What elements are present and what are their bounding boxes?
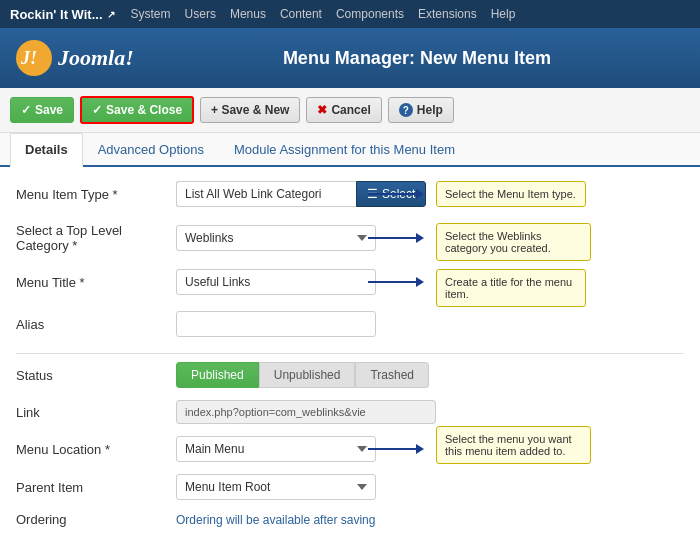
menu-title-input[interactable] <box>176 269 376 295</box>
link-label: Link <box>16 405 176 420</box>
page-header: J! Joomla! Menu Manager: New Menu Item <box>0 28 700 88</box>
save-new-button[interactable]: + Save & New <box>200 97 300 123</box>
save-close-icon: ✓ <box>92 103 102 117</box>
joomla-logo[interactable]: J! Joomla! <box>16 40 134 76</box>
status-label: Status <box>16 368 176 383</box>
save-icon: ✓ <box>21 103 31 117</box>
menu-item-type-label: Menu Item Type * <box>16 187 176 202</box>
category-arrow <box>368 233 424 243</box>
content-area: Details Advanced Options Module Assignme… <box>0 133 700 538</box>
save-button[interactable]: ✓ Save <box>10 97 74 123</box>
menu-location-select[interactable]: Main Menu <box>176 436 376 462</box>
nav-users[interactable]: Users <box>185 7 216 21</box>
menu-title-row: Menu Title * document.querySelector('[da… <box>16 269 684 295</box>
help-label: Help <box>417 103 443 117</box>
status-trashed-button[interactable]: Trashed <box>355 362 429 388</box>
cancel-label: Cancel <box>331 103 370 117</box>
status-published-button[interactable]: Published <box>176 362 259 388</box>
parent-item-row: Parent Item Menu Item Root <box>16 474 684 500</box>
external-link-icon: ↗ <box>107 9 115 20</box>
save-close-button[interactable]: ✓ Save & Close <box>80 96 194 124</box>
tooltip-title: Create a title for the menu item. <box>436 269 586 307</box>
cancel-button[interactable]: ✖ Cancel <box>306 97 381 123</box>
tooltip-category: Select the Weblinks category you created… <box>436 223 591 261</box>
nav-content[interactable]: Content <box>280 7 322 21</box>
top-level-category-row: Select a Top Level Category * Weblinks S… <box>16 223 684 253</box>
tab-bar: Details Advanced Options Module Assignme… <box>0 133 700 167</box>
site-brand[interactable]: Rockin' It Wit... ↗ <box>10 7 115 22</box>
form-body: Menu Item Type * List All Web Link Categ… <box>0 167 700 538</box>
top-nav-menu: System Users Menus Content Components Ex… <box>131 7 516 21</box>
ordering-label: Ordering <box>16 512 176 527</box>
tab-advanced-options[interactable]: Advanced Options <box>83 133 219 167</box>
nav-system[interactable]: System <box>131 7 171 21</box>
alias-row: Alias <box>16 311 684 337</box>
status-group: Published Unpublished Trashed <box>176 362 429 388</box>
menu-location-label: Menu Location * <box>16 442 176 457</box>
ordering-row: Ordering Ordering will be available afte… <box>16 512 684 527</box>
joomla-logo-text: Joomla! <box>58 45 134 71</box>
status-unpublished-button[interactable]: Unpublished <box>259 362 356 388</box>
top-level-category-label: Select a Top Level Category * <box>16 223 176 253</box>
top-navigation-bar: Rockin' It Wit... ↗ System Users Menus C… <box>0 0 700 28</box>
nav-menus[interactable]: Menus <box>230 7 266 21</box>
tab-module-assignment[interactable]: Module Assignment for this Menu Item <box>219 133 470 167</box>
nav-help[interactable]: Help <box>491 7 516 21</box>
help-button[interactable]: ? Help <box>388 97 454 123</box>
status-row: Status Published Unpublished Trashed <box>16 362 684 388</box>
menu-item-type-row: Menu Item Type * List All Web Link Categ… <box>16 181 684 207</box>
arrow-line-title <box>368 281 416 283</box>
save-close-label: Save & Close <box>106 103 182 117</box>
arrow-line-menu <box>368 448 416 450</box>
parent-item-select[interactable]: Menu Item Root <box>176 474 376 500</box>
page-title: Menu Manager: New Menu Item <box>150 48 684 69</box>
nav-components[interactable]: Components <box>336 7 404 21</box>
ordering-value: Ordering will be available after saving <box>176 513 375 527</box>
tab-details[interactable]: Details <box>10 133 83 167</box>
menu-title-label: Menu Title * <box>16 275 176 290</box>
cancel-icon: ✖ <box>317 103 327 117</box>
save-label: Save <box>35 103 63 117</box>
arrow-head-cat <box>416 233 424 243</box>
arrow-head-menu <box>416 444 424 454</box>
title-arrow <box>368 277 424 287</box>
menu-location-arrow <box>368 444 424 454</box>
divider-1 <box>16 353 684 354</box>
arrow-head-title <box>416 277 424 287</box>
tooltip-menu-location: Select the menu you want this menu item … <box>436 426 591 464</box>
arrow-line-cat <box>368 237 416 239</box>
menu-location-row: Menu Location * Main Menu Select the men… <box>16 436 684 462</box>
tooltip-type: Select the Menu Item type. <box>436 181 586 207</box>
arrow-line-type <box>368 193 416 195</box>
menu-item-type-value: List All Web Link Categori <box>176 181 356 207</box>
brand-text: Rockin' It Wit... <box>10 7 103 22</box>
alias-label: Alias <box>16 317 176 332</box>
nav-extensions[interactable]: Extensions <box>418 7 477 21</box>
joomla-logo-icon: J! <box>16 40 52 76</box>
top-level-category-select[interactable]: Weblinks <box>176 225 376 251</box>
arrow-head-type <box>416 189 424 199</box>
alias-input[interactable] <box>176 311 376 337</box>
save-new-label: + Save & New <box>211 103 289 117</box>
parent-item-label: Parent Item <box>16 480 176 495</box>
help-icon: ? <box>399 103 413 117</box>
link-row: Link document.querySelector('[data-name=… <box>16 400 684 424</box>
svg-text:J!: J! <box>20 48 37 68</box>
type-arrow <box>368 189 424 199</box>
toolbar: ✓ Save ✓ Save & Close + Save & New ✖ Can… <box>0 88 700 133</box>
link-input <box>176 400 436 424</box>
